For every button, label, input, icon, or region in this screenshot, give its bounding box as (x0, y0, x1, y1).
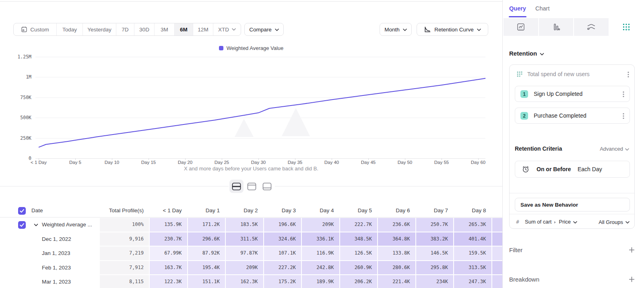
range-7d[interactable]: 7D (116, 23, 134, 35)
chevron-down-icon (477, 27, 481, 33)
add-filter-button[interactable] (629, 247, 635, 253)
day-column-header[interactable]: < 1 Day (150, 204, 187, 218)
day-column-header[interactable]: Day 6 (378, 204, 415, 218)
day-column-header[interactable]: Day 8 (454, 204, 491, 218)
date-column-header[interactable]: Date (31, 204, 43, 218)
total-profiles-cell: 8,115 (100, 275, 149, 288)
granularity-button[interactable]: Month (380, 23, 412, 36)
report-funnels-tab[interactable] (539, 18, 574, 36)
retention-value-cell: 116.9K (302, 247, 339, 260)
retention-curve-line (0, 40, 502, 175)
retention-curve-icon (424, 26, 431, 33)
retention-value-cell: 265.3K (454, 218, 491, 232)
measure-row: # Sum of cart Price All Groups (510, 214, 634, 229)
retention-value-cell: 242.8K (302, 261, 339, 275)
select-all-checkbox[interactable] (18, 207, 26, 215)
retention-value-cell: 401.4K (454, 232, 491, 246)
kebab-menu-icon[interactable] (623, 91, 624, 97)
layout-split-button[interactable] (229, 180, 244, 193)
add-breakdown-button[interactable] (629, 276, 635, 282)
timing-row[interactable]: On or Before Each Day (515, 161, 630, 178)
retention-value-cell: 135.9K (150, 218, 187, 232)
table-row: Weighted Average ...100%135.9K171.2K183.… (0, 218, 502, 232)
report-flows-icon (586, 23, 596, 31)
layout-toggle-group (229, 179, 275, 194)
save-behavior-label: Save as New Behavior (520, 202, 578, 208)
number-type-icon: # (516, 214, 519, 230)
tab-query[interactable]: Query (509, 5, 526, 12)
tab-chart[interactable]: Chart (535, 5, 549, 12)
criteria-mode-dropdown[interactable]: Advanced (600, 146, 629, 152)
range-3m[interactable]: 3M (155, 23, 175, 35)
step-number-badge: 2 (520, 112, 528, 120)
report-retention-icon (622, 23, 631, 31)
retention-value-cell: 107.1K (264, 247, 301, 260)
retention-value-cell: 227.2K (264, 261, 301, 275)
retention-value-cell (492, 247, 503, 260)
row-checkbox[interactable] (18, 221, 26, 229)
retention-value-cell: 126.5K (340, 247, 378, 260)
retention-value-cell: 151.1K (188, 275, 225, 288)
behavior-step-1[interactable]: 1Sign Up Completed (515, 86, 630, 102)
retention-section-title[interactable]: Retention (509, 50, 544, 57)
compare-button[interactable]: Compare (244, 23, 284, 36)
groups-dropdown[interactable]: All Groups (599, 214, 630, 230)
row-label: Mar 1, 2023 (42, 275, 71, 288)
measure-dropdown[interactable]: Sum of cart Price (525, 214, 577, 230)
retention-value-cell: 122.3K (150, 275, 187, 288)
range-12m[interactable]: 12M (193, 23, 213, 35)
save-behavior-button[interactable]: Save as New Behavior (515, 198, 630, 211)
behavior-title: Total spend of new users (527, 71, 590, 77)
report-flows-tab[interactable] (574, 18, 609, 36)
expand-chevron-icon[interactable] (34, 224, 38, 226)
retention-value-cell: 209K (226, 261, 263, 275)
timing-unit: Each Day (578, 161, 602, 177)
layout-chart-only-button[interactable] (245, 180, 259, 193)
day-column-header[interactable]: Day 2 (226, 204, 263, 218)
retention-value-cell: 295.8K (416, 261, 454, 275)
retention-value-cell: 221.4K (378, 275, 415, 288)
row-label: Dec 1, 2022 (42, 232, 71, 246)
compare-label: Compare (249, 27, 272, 33)
behavior-step-2[interactable]: 2Purchase Completed (515, 108, 630, 124)
total-profiles-cell: 9,916 (100, 232, 149, 246)
query-sidebar: Query Chart Retention Total spend of new… (502, 0, 644, 288)
groups-label: All Groups (599, 219, 623, 225)
range-yesterday[interactable]: Yesterday (83, 23, 116, 35)
table-row: Jan 1, 20237,21967.99K87.92K97.87K107.1K… (0, 247, 502, 260)
layout-table-only-button[interactable] (260, 180, 274, 193)
range-today[interactable]: Today (57, 23, 83, 35)
report-retention-tab[interactable] (609, 18, 644, 36)
retention-value-cell: 163.7K (150, 261, 187, 275)
range-xtd[interactable]: XTD (213, 23, 241, 35)
watermark-triangle (282, 108, 310, 136)
kebab-menu-icon[interactable] (627, 71, 629, 78)
row-label: Feb 1, 2023 (42, 261, 71, 275)
range-custom[interactable]: Custom (14, 23, 57, 35)
clock-icon (522, 165, 530, 173)
range-30d[interactable]: 30D (134, 23, 155, 35)
day-column-header[interactable]: Day 7 (416, 204, 454, 218)
day-column-header[interactable]: Day 4 (302, 204, 339, 218)
retention-value-cell: 97.87K (226, 247, 263, 260)
retention-value-cell: 313.5K (454, 261, 491, 275)
chevron-down-icon (625, 219, 630, 225)
retention-line-chart: 0250K500K750K1M1.25M< 1 DayDay 5Day 10Da… (0, 40, 502, 175)
day-column-header[interactable]: Day 1 (188, 204, 225, 218)
day-column-header[interactable]: Day 5 (340, 204, 378, 218)
retention-value-cell (492, 232, 503, 246)
kebab-menu-icon[interactable] (623, 113, 624, 119)
retention-value-cell: 87.92K (188, 247, 225, 260)
total-profiles-column-header[interactable]: Total Profile(s) (100, 204, 149, 218)
retention-value-cell: 236.6K (378, 218, 415, 232)
table-header: DateTotal Profile(s)< 1 DayDay 1Day 2Day… (0, 204, 502, 218)
chevron-down-icon (275, 27, 279, 33)
total-profiles-cell: 100% (100, 218, 149, 232)
retention-value-cell: 196.6K (264, 218, 301, 232)
table-row: Feb 1, 20237,912163.7K195.4K209K227.2K24… (0, 261, 502, 275)
range-6m[interactable]: 6M (175, 23, 193, 35)
chevron-down-icon (625, 146, 629, 152)
report-insights-tab[interactable] (504, 18, 538, 36)
day-column-header[interactable]: Day 3 (264, 204, 301, 218)
chart-type-button[interactable]: Retention Curve (417, 23, 488, 36)
